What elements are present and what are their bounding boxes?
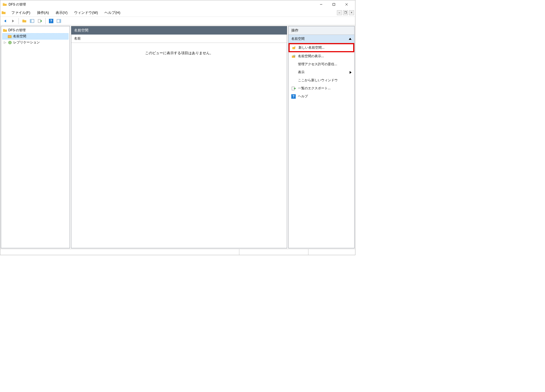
up-button[interactable] [21, 18, 28, 24]
center-empty-message: このビューに表示する項目はありません。 [71, 43, 287, 56]
menu-view[interactable]: 表示(V) [52, 9, 71, 16]
svg-rect-10 [59, 19, 61, 23]
svg-text:?: ? [50, 19, 52, 23]
action-label: 新しい名前空間... [298, 45, 324, 50]
app-icon [2, 2, 7, 7]
tree-item-namespaces[interactable]: 名前空間 [2, 33, 69, 40]
mdi-close-icon[interactable]: × [349, 10, 354, 15]
back-button[interactable] [2, 18, 9, 24]
menu-file[interactable]: ファイル(F) [8, 9, 34, 16]
action-show-namespace[interactable]: 名前空間の表示... [289, 52, 354, 60]
show-hide-actions-button[interactable] [56, 18, 62, 24]
status-left [0, 249, 239, 255]
mdi-minimize-icon[interactable]: – [337, 10, 342, 15]
tree-root[interactable]: DFS の管理 [2, 27, 69, 33]
action-label: 一覧のエクスポート... [298, 86, 331, 91]
separator [19, 18, 19, 24]
help-button[interactable]: ? [48, 18, 54, 24]
actions-section-label: 名前空間 [291, 36, 305, 41]
column-name: 名前 [74, 36, 81, 41]
new-namespace-icon [292, 46, 296, 50]
replication-icon [8, 40, 12, 45]
menubar-icon [1, 11, 6, 15]
minimize-button[interactable] [315, 0, 327, 9]
action-label: 名前空間の表示... [298, 54, 324, 59]
action-new-window[interactable]: ここから新しいウィンドウ [289, 76, 354, 84]
toolbar: ? [0, 17, 355, 25]
action-new-namespace[interactable]: 新しい名前空間... [289, 43, 354, 52]
titlebar: DFS の管理 [0, 0, 355, 9]
show-hide-tree-button[interactable] [29, 18, 35, 24]
svg-rect-5 [30, 19, 32, 23]
tree-item-label: レプリケーション [13, 40, 40, 45]
separator [45, 18, 46, 24]
action-label: 管理アクセス許可の委任... [298, 62, 337, 67]
main-window: DFS の管理 ファイル(F) 操作(A) 表示(V) ウィンドウ(W) ヘルプ… [0, 0, 355, 255]
expander-icon[interactable]: ▷ [3, 41, 7, 44]
actions-pane: 操作 名前空間 新しい名前空間... 名前空間の表示... 管理アクセス許可の委… [288, 26, 355, 248]
content-area: DFS の管理 名前空間 ▷ レプリケーション 名前空間 名前 このビューに表示… [0, 25, 355, 249]
help-icon: ? [291, 94, 296, 99]
actions-header: 操作 [289, 26, 354, 35]
menu-window[interactable]: ウィンドウ(W) [71, 9, 101, 16]
export-list-button[interactable] [36, 18, 43, 24]
svg-rect-1 [333, 3, 335, 6]
actions-list: 新しい名前空間... 名前空間の表示... 管理アクセス許可の委任... 表示 [289, 43, 354, 100]
action-delegate-permissions[interactable]: 管理アクセス許可の委任... [289, 60, 354, 68]
menubar: ファイル(F) 操作(A) 表示(V) ウィンドウ(W) ヘルプ(H) – ❐ … [0, 9, 355, 17]
tree-item-label: 名前空間 [13, 34, 26, 39]
menu-action[interactable]: 操作(A) [34, 9, 52, 16]
status-right [308, 249, 355, 255]
menu-help[interactable]: ヘルプ(H) [101, 9, 124, 16]
show-namespace-icon [291, 54, 296, 59]
maximize-button[interactable] [327, 0, 340, 9]
export-icon [291, 86, 296, 91]
action-label: ここから新しいウィンドウ [298, 78, 338, 83]
namespace-icon [7, 34, 12, 39]
dfs-root-icon [3, 28, 7, 33]
close-button[interactable] [340, 0, 353, 9]
submenu-arrow-icon [350, 71, 352, 74]
svg-point-13 [8, 41, 12, 44]
status-mid [239, 249, 308, 255]
action-export-list[interactable]: 一覧のエクスポート... [289, 84, 354, 92]
statusbar [0, 249, 355, 255]
center-pane: 名前空間 名前 このビューに表示する項目はありません。 [71, 26, 287, 248]
svg-point-12 [8, 35, 9, 36]
action-label: 表示 [298, 70, 305, 75]
collapse-icon [349, 38, 352, 40]
actions-section-header[interactable]: 名前空間 [289, 35, 354, 43]
tree-item-replication[interactable]: ▷ レプリケーション [2, 40, 69, 45]
mdi-restore-icon[interactable]: ❐ [343, 10, 348, 15]
center-column-header[interactable]: 名前 [71, 35, 287, 43]
forward-button[interactable] [10, 18, 16, 24]
center-header: 名前空間 [71, 26, 287, 35]
action-label: ヘルプ [298, 94, 308, 99]
action-view-submenu[interactable]: 表示 [289, 68, 354, 76]
tree-pane: DFS の管理 名前空間 ▷ レプリケーション [1, 26, 70, 248]
window-title: DFS の管理 [9, 2, 26, 7]
action-help[interactable]: ? ヘルプ [289, 92, 354, 100]
tree-root-label: DFS の管理 [8, 28, 26, 33]
svg-text:?: ? [292, 95, 294, 98]
